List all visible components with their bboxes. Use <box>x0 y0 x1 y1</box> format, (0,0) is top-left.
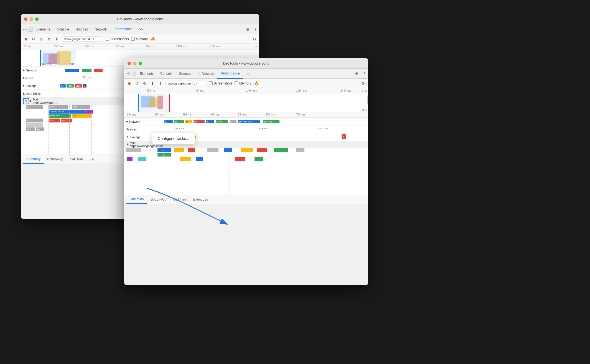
screenshots-check-front[interactable]: Screenshots <box>209 81 232 85</box>
tab-elements-front[interactable]: Elements <box>136 69 157 79</box>
layout-shifts-label-back: Layout Shifts <box>21 92 60 95</box>
screenshots-checkbox-front[interactable] <box>209 81 213 85</box>
main-track-label-back: ✎ ▶ Main — https://www.goo... <box>21 98 60 104</box>
net-block-ww <box>65 69 79 72</box>
screenshots-label-front: Screenshots <box>214 81 232 85</box>
frames-label-back: Frames <box>21 76 60 80</box>
frames-content-front: 295.8 ms 182.6 ms 493.3 ms <box>163 125 368 133</box>
tab-more-back[interactable]: >> <box>136 24 146 34</box>
configure-tracks-popup[interactable]: Configure tracks... <box>152 133 195 144</box>
net-block-gen <box>82 69 91 72</box>
net-block-9: 9... <box>206 120 214 123</box>
a2-bar: (a...s) <box>61 119 72 122</box>
minimize-button-back[interactable] <box>30 17 33 21</box>
record-btn-front[interactable]: ⏺ <box>126 81 132 86</box>
tab-network-back[interactable]: Network <box>91 24 110 34</box>
pencil-edit-icon[interactable]: ✎ <box>23 98 29 104</box>
close-button-back[interactable] <box>24 17 27 21</box>
timeline-ruler-front-top: 494 ms 94 ms 1494 ms 1994 ms 2494 ms CPU <box>124 88 368 94</box>
bar-f10 <box>296 148 304 152</box>
clear-btn-back[interactable]: ⊘ <box>39 36 44 42</box>
memory-check-back[interactable]: Memory <box>131 37 148 41</box>
memory-checkbox-back[interactable] <box>131 37 135 41</box>
more-icon-back[interactable]: ⋮ <box>253 27 258 32</box>
bar-f13 <box>180 157 191 161</box>
tab-performance-back[interactable]: Performance <box>110 24 136 34</box>
close-button-front[interactable] <box>128 62 131 65</box>
tab-more-front[interactable]: >> <box>243 69 254 79</box>
ruler-1494ms: 1494 ms <box>246 89 257 92</box>
settings-icon-front[interactable]: ⚙ <box>354 71 359 76</box>
screenshots-checkbox-back[interactable] <box>106 37 109 41</box>
settings-icon-back[interactable]: ⚙ <box>245 27 250 32</box>
red-line-front <box>169 94 170 112</box>
timeline-selection-front <box>138 94 171 112</box>
maximize-button-front[interactable] <box>139 62 142 65</box>
capture-settings-icon-front[interactable]: ⚙ <box>360 81 366 86</box>
url-selector-back[interactable]: www.google.com #1 ▾ <box>62 36 103 42</box>
task-bar-1: T... <box>26 105 43 109</box>
tab-performance-front[interactable]: Performance <box>217 69 243 79</box>
ruler-997ms: 997 ms <box>146 45 155 48</box>
capture-settings-icon-back[interactable]: ⚙ <box>251 36 257 42</box>
scrollbar-thumb-front[interactable] <box>367 96 368 104</box>
lcp-badge-back: LCP <box>75 84 82 88</box>
upload-btn-front[interactable]: ⬆ <box>150 81 155 86</box>
download-btn-back[interactable]: ⬇ <box>54 36 60 42</box>
record-btn-back[interactable]: ⏺ <box>23 36 29 42</box>
memory-checkbox-front[interactable] <box>235 81 238 85</box>
bottom-up-tab-back[interactable]: Bottom-Up <box>44 155 66 164</box>
call-tree-tab-front[interactable]: Call Tree <box>170 195 190 204</box>
ruler-494ms-2: 494 ms <box>210 113 219 116</box>
summary-tab-back[interactable]: Summary <box>23 155 44 164</box>
screenshots-check-back[interactable]: Screenshots <box>106 37 129 41</box>
frames-time-2958: 295.8 ms <box>174 127 184 130</box>
tab-sources-back[interactable]: Sources <box>72 24 91 34</box>
reload-btn-back[interactable]: ↺ <box>31 36 36 42</box>
frame-time-147: 147 ms <box>42 63 51 66</box>
tab-network-label-front: Network <box>202 72 214 76</box>
bottom-up-tab-front[interactable]: Bottom-Up <box>147 195 170 204</box>
net-block-ge2: ge <box>185 120 192 123</box>
memory-label-front: Memory <box>239 81 251 85</box>
timings-track-front: ▼ Timings LCP FP FCP D CL L Configure tr… <box>124 133 368 141</box>
bar-f9 <box>274 148 288 152</box>
tab-console-back[interactable]: Console <box>54 24 72 34</box>
minimize-button-front[interactable] <box>133 62 136 65</box>
url-text-back: www.google.com #1 <box>64 37 91 41</box>
bar-f8 <box>257 148 267 152</box>
event-log-tab-back[interactable]: Ev... <box>87 155 100 164</box>
a3-bar: (a... <box>26 127 35 131</box>
clear-btn-front[interactable]: ⊘ <box>142 81 148 86</box>
memory-check-front[interactable]: Memory <box>235 81 251 85</box>
bar-f14 <box>196 157 203 161</box>
tab-console-front[interactable]: Console <box>157 69 176 79</box>
summary-tab-front[interactable]: Summary <box>126 195 147 204</box>
more-icon-front[interactable]: ⋮ <box>362 71 367 76</box>
tab-elements-back[interactable]: Elements <box>33 24 54 34</box>
device-icon-front[interactable]: ⬜ <box>131 71 136 76</box>
fp-badge-back: FP <box>60 84 66 88</box>
network-throttle-icon-front[interactable]: 🔥 <box>253 81 259 86</box>
network-throttle-icon-back[interactable]: 🔥 <box>150 36 156 42</box>
tab-network-front[interactable]: ⚠ Network <box>195 69 217 79</box>
inspect-icon[interactable]: ⊹ <box>22 27 27 32</box>
call-tree-tab-back[interactable]: Call Tree <box>67 155 87 164</box>
inspect-icon-front[interactable]: ⊹ <box>125 71 131 76</box>
secondary-toolbar-back: ⏺ ↺ ⊘ ⬆ ⬇ www.google.com #1 ▾ Screenshot… <box>21 34 259 44</box>
ruler-194ms: 194 ms <box>127 113 136 116</box>
reload-btn-front[interactable]: ↺ <box>134 81 140 86</box>
devtools-window-front: DevTools - www.google.com/ ⊹ ⬜ Elements … <box>124 58 368 285</box>
bar-f15 <box>235 157 245 161</box>
device-icon[interactable]: ⬜ <box>27 27 33 32</box>
net-block-hpym: hPYm... <box>216 120 228 123</box>
download-btn-front[interactable]: ⬇ <box>157 81 163 86</box>
event-log-tab-front[interactable]: Event Log <box>190 195 212 204</box>
tab-sources-front[interactable]: Sources <box>176 69 195 79</box>
url-selector-front[interactable]: www.google.com #1 ▾ <box>165 81 207 86</box>
dashed-line-f2 <box>173 148 173 195</box>
timeline-ruler-front-secondary: 194 ms 294 ms 394 ms 494 ms 594 ms 694 m… <box>124 112 368 118</box>
maximize-button-back[interactable] <box>35 17 39 21</box>
upload-btn-back[interactable]: ⬆ <box>46 36 52 42</box>
net-block-gen204-2: gen_204... <box>263 120 279 123</box>
